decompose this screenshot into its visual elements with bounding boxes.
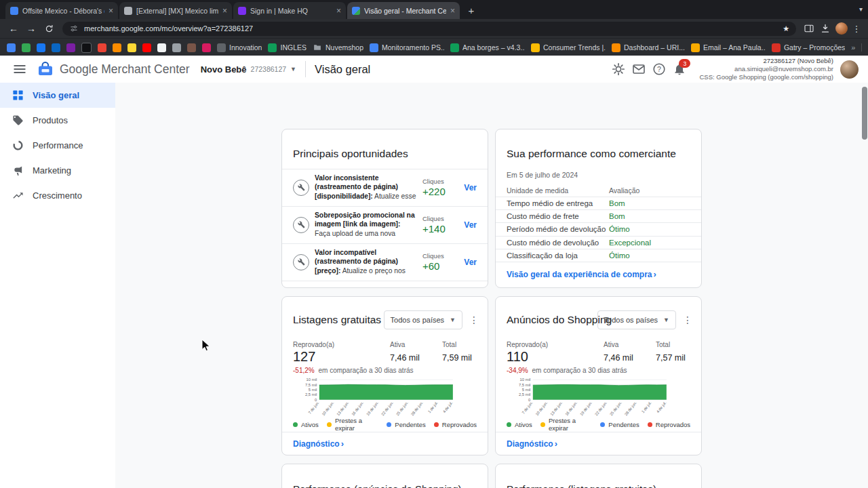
change-value: -34,9% — [507, 367, 528, 374]
tab-search-chevron-icon[interactable]: ▾ — [859, 5, 863, 13]
legend-item: Ativos — [293, 421, 319, 428]
forward-button[interactable]: → — [23, 20, 39, 37]
bookmark-favicon[interactable] — [66, 43, 75, 52]
svg-text:28 de jun.: 28 de jun. — [624, 401, 637, 416]
messages-button[interactable] — [629, 59, 649, 79]
hamburger-menu-button[interactable] — [9, 59, 30, 79]
bookmark-favicon[interactable] — [7, 43, 16, 52]
bookmark-favicon — [772, 43, 781, 52]
bookmark-favicon[interactable] — [187, 43, 196, 52]
browser-menu-icon[interactable]: ⋮ — [850, 24, 863, 34]
opportunity-item: Valor incompatível (rastreamento de pági… — [282, 243, 488, 281]
account-name: Novo Bebê — [201, 64, 247, 75]
browser-tab-3[interactable]: Sign in | Make HQ × — [233, 2, 346, 19]
account-info-id: 272386127 (Novo Bebê) — [699, 57, 833, 65]
bookmark-favicon[interactable] — [127, 43, 136, 52]
pagination-prev-button[interactable]: ‹ — [447, 287, 462, 288]
legend-dot-red — [648, 422, 652, 427]
sidebar-item-performance[interactable]: Performance — [0, 133, 115, 158]
merchant-center-logo — [37, 61, 54, 77]
browser-profile-avatar[interactable] — [835, 22, 848, 35]
browser-tab-2[interactable]: [External] [MX] Mexico limite × — [119, 2, 232, 19]
legend-label: Ativos — [515, 421, 532, 428]
table-header-row: Unidade de medida Avaliação — [496, 184, 701, 197]
bookmark-favicon[interactable] — [157, 43, 166, 52]
bookmark-item[interactable]: Dashboard – URI... — [612, 43, 685, 52]
bookmark-item[interactable]: Innovation — [217, 43, 262, 52]
link-label: Diagnóstico — [507, 439, 553, 449]
see-all-opportunities-link[interactable]: Ver todas as oportunidades › — [293, 287, 404, 288]
pagination-next-button[interactable]: › — [462, 287, 477, 288]
metric-rating: Bom — [609, 212, 690, 220]
shopping-experience-link[interactable]: Visão geral da experiência de compra › — [507, 269, 690, 279]
bookmark-favicon[interactable] — [172, 43, 181, 52]
new-tab-button[interactable]: + — [464, 3, 479, 18]
bookmark-favicon[interactable] — [22, 43, 31, 52]
bookmark-favicon[interactable] — [52, 43, 60, 52]
help-button[interactable]: ? — [649, 59, 669, 79]
bookmark-folder[interactable]: Nuvemshop — [313, 43, 363, 52]
url-bar[interactable]: merchants.google.com/mc/overview?a=27238… — [62, 22, 796, 36]
bookmark-item[interactable]: Email – Ana Paula... — [691, 43, 766, 52]
tab-close-icon[interactable]: × — [222, 7, 227, 15]
sidebar-item-produtos[interactable]: Produtos — [0, 108, 115, 133]
wrench-icon — [293, 217, 309, 233]
sidebar-item-marketing[interactable]: Marketing — [0, 158, 115, 183]
table-row: Tempo médio de entrega Bom — [496, 197, 701, 210]
ver-link[interactable]: Ver — [459, 183, 477, 192]
diagnostics-link[interactable]: Diagnóstico › — [293, 439, 477, 449]
bookmark-favicon[interactable] — [142, 43, 151, 52]
back-button[interactable]: ← — [5, 20, 22, 37]
tab-close-icon[interactable]: × — [108, 7, 113, 15]
stat-total: Total 7,57 mil — [656, 341, 686, 365]
stat-active: Ativa 7,46 mil — [604, 341, 656, 365]
bookmark-label: Innovation — [229, 43, 262, 52]
scrollbar-thumb[interactable] — [862, 87, 867, 140]
bookmark-item[interactable]: Ana borges – v4.3... — [450, 43, 525, 52]
kebab-menu-icon[interactable]: ⋮ — [469, 314, 479, 325]
bookmark-favicon[interactable] — [37, 43, 45, 52]
card-header: Listagens gratuitas Todos os países ▼ ⋮ — [282, 297, 488, 335]
megaphone-icon — [12, 165, 24, 176]
diagnostics-link[interactable]: Diagnóstico › — [507, 439, 690, 449]
tune-icon[interactable] — [69, 24, 79, 33]
bookmark-favicon[interactable] — [81, 43, 92, 53]
ver-link[interactable]: Ver — [459, 258, 477, 267]
bookmark-favicon[interactable] — [98, 43, 106, 52]
side-panel-icon[interactable] — [802, 21, 816, 36]
settings-button[interactable] — [608, 59, 629, 79]
all-bookmarks-button[interactable]: Todos os favoritos — [861, 43, 868, 52]
bookmark-star-icon[interactable]: ★ — [783, 24, 789, 33]
user-avatar[interactable] — [840, 60, 859, 79]
country-filter-select[interactable]: Todos os países ▼ — [597, 310, 676, 329]
sidebar-item-crescimento[interactable]: Crescimento — [0, 183, 115, 208]
stat-value: 127 — [293, 349, 390, 365]
product-name: Google Merchant Center — [60, 62, 190, 77]
bookmark-favicon — [217, 43, 226, 52]
ver-link[interactable]: Ver — [459, 220, 477, 230]
tab-close-icon[interactable]: × — [450, 7, 455, 15]
downloads-icon[interactable] — [818, 21, 833, 36]
sidebar-item-visao-geral[interactable]: Visão geral — [0, 83, 115, 108]
bookmark-item[interactable]: Monitoramento PS... — [370, 43, 444, 52]
account-switcher[interactable]: Novo Bebê 272386127 ▼ — [201, 64, 296, 75]
browser-tab-active[interactable]: Visão geral - Merchant Cente × — [347, 2, 460, 19]
kebab-menu-icon[interactable]: ⋮ — [683, 314, 692, 325]
sidebar-item-label: Crescimento — [33, 190, 82, 201]
stat-value: 7,57 mil — [656, 353, 686, 363]
bookmark-item[interactable]: Gatry – Promoções — [772, 43, 845, 52]
bookmark-item[interactable]: INGLES — [268, 43, 307, 52]
bookmarks-overflow-chevron-icon[interactable]: » — [851, 43, 855, 52]
browser-tab-1[interactable]: Offsite Mexico - Débora's del × — [5, 2, 118, 19]
reload-button[interactable] — [41, 20, 57, 37]
tab-close-icon[interactable]: × — [336, 7, 341, 15]
caret-down-icon: ▼ — [450, 317, 456, 323]
opportunity-text: Valor inconsistente (rastreamento de pág… — [315, 174, 417, 202]
bookmark-favicon[interactable] — [202, 43, 211, 52]
bookmark-item[interactable]: Consumer Trends |... — [531, 43, 606, 52]
country-filter-select[interactable]: Todos os países ▼ — [384, 310, 462, 329]
stat-value: 7,46 mil — [390, 353, 442, 363]
notifications-button[interactable]: 3 — [669, 59, 690, 79]
browser-toolbar: ← → merchants.google.com/mc/overview?a=2… — [0, 19, 868, 38]
bookmark-favicon[interactable] — [113, 43, 121, 52]
